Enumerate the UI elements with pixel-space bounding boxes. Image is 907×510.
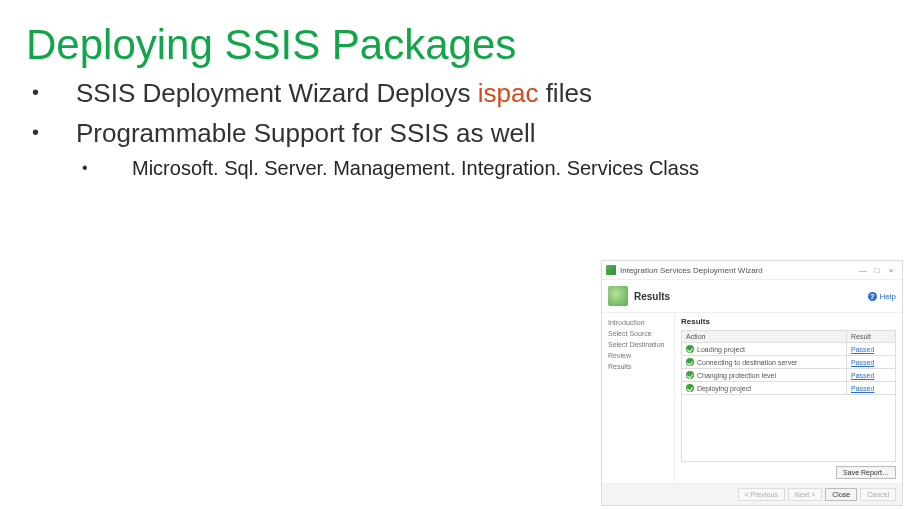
save-report-row: Save Report… (681, 462, 896, 479)
bullet-list: • SSIS Deployment Wizard Deploys ispac f… (26, 76, 881, 182)
table-row: Deploying project Passed (682, 382, 896, 395)
wizard-main: Results Action Result Loading project Pa… (675, 313, 902, 483)
result-link[interactable]: Passed (851, 359, 874, 366)
window-titlebar[interactable]: Integration Services Deployment Wizard —… (602, 261, 902, 280)
bullet-text: Programmable Support for SSIS as well • … (76, 116, 699, 182)
bullet-item: • SSIS Deployment Wizard Deploys ispac f… (26, 76, 881, 110)
wizard-header-icon (608, 286, 628, 306)
bullet-text-part: SSIS Deployment Wizard Deploys (76, 78, 478, 108)
window-title: Integration Services Deployment Wizard (620, 266, 856, 275)
maximize-button[interactable]: □ (870, 264, 884, 276)
success-icon (686, 345, 694, 353)
results-label: Results (681, 317, 896, 326)
col-result: Result (847, 331, 896, 343)
slide-title: Deploying SSIS Packages (26, 22, 881, 68)
action-cell: Connecting to destination server (697, 359, 797, 366)
minimize-button[interactable]: — (856, 264, 870, 276)
cancel-button: Cancel (860, 488, 896, 501)
bullet-marker: • (26, 76, 76, 108)
sub-bullet-text: Microsoft. Sql. Server. Management. Inte… (132, 154, 699, 182)
bullet-marker: • (26, 116, 76, 148)
bullet-highlight: ispac (478, 78, 539, 108)
help-icon: ? (868, 292, 877, 301)
wizard-body: Introduction Select Source Select Destin… (602, 313, 902, 483)
result-link[interactable]: Passed (851, 372, 874, 379)
result-link[interactable]: Passed (851, 346, 874, 353)
next-button: Next > (788, 488, 822, 501)
success-icon (686, 358, 694, 366)
wizard-step[interactable]: Select Source (602, 328, 674, 339)
sub-bullet-marker: • (76, 154, 132, 182)
results-table: Action Result Loading project Passed Con… (681, 330, 896, 395)
wizard-steps-sidebar: Introduction Select Source Select Destin… (602, 313, 675, 483)
result-link[interactable]: Passed (851, 385, 874, 392)
wizard-footer: < Previous Next > Close Cancel (602, 483, 902, 505)
col-action: Action (682, 331, 847, 343)
wizard-step[interactable]: Review (602, 350, 674, 361)
bullet-text-part: Programmable Support for SSIS as well (76, 118, 536, 148)
wizard-step[interactable]: Select Destination (602, 339, 674, 350)
slide: Deploying SSIS Packages • SSIS Deploymen… (0, 0, 907, 510)
wizard-header-title: Results (634, 291, 868, 302)
deployment-wizard-window: Integration Services Deployment Wizard —… (601, 260, 903, 506)
close-button[interactable]: Close (825, 488, 857, 501)
action-cell: Changing protection level (697, 372, 776, 379)
success-icon (686, 384, 694, 392)
bullet-text: SSIS Deployment Wizard Deploys ispac fil… (76, 76, 592, 110)
table-row: Loading project Passed (682, 343, 896, 356)
table-row: Changing protection level Passed (682, 369, 896, 382)
previous-button: < Previous (738, 488, 785, 501)
close-window-button[interactable]: × (884, 264, 898, 276)
action-cell: Deploying project (697, 385, 751, 392)
app-icon (606, 265, 616, 275)
bullet-text-part: files (538, 78, 591, 108)
help-link[interactable]: ? Help (868, 292, 896, 301)
save-report-button[interactable]: Save Report… (836, 466, 896, 479)
success-icon (686, 371, 694, 379)
action-cell: Loading project (697, 346, 745, 353)
wizard-step[interactable]: Results (602, 361, 674, 372)
help-label: Help (880, 292, 896, 301)
bullet-item: • Programmable Support for SSIS as well … (26, 116, 881, 182)
results-blank-area (681, 395, 896, 462)
wizard-step[interactable]: Introduction (602, 317, 674, 328)
sub-bullet-list: • Microsoft. Sql. Server. Management. In… (76, 154, 699, 182)
table-row: Connecting to destination server Passed (682, 356, 896, 369)
sub-bullet-item: • Microsoft. Sql. Server. Management. In… (76, 154, 699, 182)
wizard-header: Results ? Help (602, 280, 902, 313)
